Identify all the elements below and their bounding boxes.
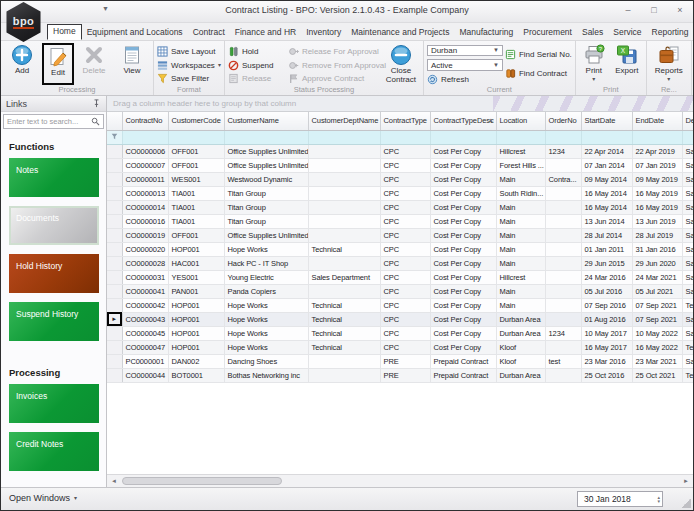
cell-orderno[interactable] — [545, 200, 581, 214]
cell-location[interactable]: Main — [496, 228, 545, 242]
cell-contracttype[interactable]: CPC — [380, 256, 430, 270]
cell-de[interactable]: Sa — [682, 158, 693, 172]
filter-cell-customerdeptname[interactable] — [308, 130, 380, 144]
table-row[interactable]: ►CO0000043HOP001Hope WorksTechnicalCPCCo… — [107, 312, 693, 326]
tab-contract[interactable]: Contract — [188, 25, 230, 40]
cell-customercode[interactable]: WES001 — [168, 172, 224, 186]
cell-customercode[interactable]: TIA001 — [168, 186, 224, 200]
cell-contracttype[interactable]: CPC — [380, 270, 430, 284]
cell-contractno[interactable]: CO0000045 — [122, 326, 168, 340]
suspend-button[interactable]: Suspend — [228, 59, 286, 72]
cell-orderno[interactable] — [545, 158, 581, 172]
cell-contracttypedesc[interactable]: Cost Per Copy — [430, 144, 496, 158]
table-row[interactable]: CO0000041PAN001Panda CopiersCPCCost Per … — [107, 284, 693, 298]
cell-contracttype[interactable]: CPC — [380, 340, 430, 354]
cell-orderno[interactable]: Contra... — [545, 172, 581, 186]
column-header-customercode[interactable]: CustomerCode — [168, 112, 224, 130]
cell-location[interactable]: Main — [496, 200, 545, 214]
cell-orderno[interactable] — [545, 340, 581, 354]
cell-location[interactable]: Main — [496, 214, 545, 228]
cell-customerdeptname[interactable] — [308, 200, 380, 214]
cell-startdate[interactable]: 23 Mar 2016 — [581, 354, 632, 368]
cell-contracttype[interactable]: CPC — [380, 158, 430, 172]
site-select[interactable]: Durban ▼ — [427, 45, 503, 56]
cell-startdate[interactable]: 22 Apr 2014 — [581, 144, 632, 158]
cell-customercode[interactable]: HOP001 — [168, 326, 224, 340]
hold-button[interactable]: Hold — [228, 45, 286, 58]
table-row[interactable]: CO0000028HAC001Hack PC - IT ShopCPCCost … — [107, 256, 693, 270]
table-row[interactable]: CO0000016TIA001Titan GroupCPCCost Per Co… — [107, 214, 693, 228]
remove-from-approval-button[interactable]: Remove From Approval — [288, 59, 380, 72]
sidebar-button-notes[interactable]: Notes — [9, 158, 99, 197]
sidebar-button-hold-history[interactable]: Hold History — [9, 254, 99, 293]
tab-finance-and-hr[interactable]: Finance and HR — [230, 25, 301, 40]
cell-customername[interactable]: Office Supplies Unlimited — [224, 158, 308, 172]
cell-contracttype[interactable]: CPC — [380, 186, 430, 200]
cell-customername[interactable]: Titan Group — [224, 186, 308, 200]
tab-equipment-and-locations[interactable]: Equipment and Locations — [82, 25, 188, 40]
table-row[interactable]: CO0000019OFF001Office Supplies Unlimited… — [107, 228, 693, 242]
sidebar-button-suspend-history[interactable]: Suspend History — [9, 302, 99, 341]
links-panel-header[interactable]: Links — [1, 96, 106, 112]
cell-startdate[interactable]: 05 Jul 2016 — [581, 284, 632, 298]
cell-orderno[interactable] — [545, 256, 581, 270]
tab-procurement[interactable]: Procurement — [518, 25, 577, 40]
cell-enddate[interactable]: 25 Oct 2021 — [632, 368, 682, 382]
table-row[interactable]: CO0000044BOT0001Bothas Networking incPRE… — [107, 368, 693, 382]
cell-enddate[interactable]: 13 Jun 2019 — [632, 214, 682, 228]
scroll-right-icon[interactable]: ► — [680, 476, 692, 487]
cell-customercode[interactable]: HOP001 — [168, 312, 224, 326]
filter-cell-contracttype[interactable] — [380, 130, 430, 144]
column-header-customername[interactable]: CustomerName — [224, 112, 308, 130]
cell-de[interactable]: Sa — [682, 228, 693, 242]
cell-startdate[interactable]: 09 May 2014 — [581, 172, 632, 186]
cell-orderno[interactable] — [545, 228, 581, 242]
current-row-indicator[interactable]: ► — [107, 312, 122, 326]
cell-contractno[interactable]: CO0000042 — [122, 298, 168, 312]
cell-contracttypedesc[interactable]: Prepaid Contract — [430, 368, 496, 382]
cell-location[interactable]: Durban Area — [496, 368, 545, 382]
cell-de[interactable]: Sa — [682, 354, 693, 368]
cell-de[interactable]: Sa — [682, 256, 693, 270]
cell-customerdeptname[interactable] — [308, 144, 380, 158]
cell-startdate[interactable]: 28 Jul 2014 — [581, 228, 632, 242]
cell-contracttypedesc[interactable]: Cost Per Copy — [430, 200, 496, 214]
cell-location[interactable]: Main — [496, 298, 545, 312]
table-row[interactable]: PC0000001DAN002Dancing ShoesPREPrepaid C… — [107, 354, 693, 368]
search-input[interactable] — [7, 117, 87, 126]
cell-contracttype[interactable]: CPC — [380, 242, 430, 256]
release-button[interactable]: Release — [228, 72, 286, 85]
table-row[interactable]: CO0000020HOP001Hope WorksTechnicalCPCCos… — [107, 242, 693, 256]
cell-contracttype[interactable]: CPC — [380, 284, 430, 298]
edit-button[interactable]: Edit — [42, 43, 74, 85]
filter-cell-location[interactable] — [496, 130, 545, 144]
cell-customerdeptname[interactable] — [308, 158, 380, 172]
save-filter-button[interactable]: Save Filter — [157, 72, 221, 85]
cell-contractno[interactable]: CO0000013 — [122, 186, 168, 200]
table-row[interactable]: CO0000014TIA001Titan GroupCPCCost Per Co… — [107, 200, 693, 214]
cell-contracttype[interactable]: PRE — [380, 368, 430, 382]
cell-contracttypedesc[interactable]: Cost Per Copy — [430, 298, 496, 312]
cell-contracttypedesc[interactable]: Cost Per Copy — [430, 242, 496, 256]
cell-customerdeptname[interactable]: Technical — [308, 298, 380, 312]
cell-contractno[interactable]: CO0000019 — [122, 228, 168, 242]
cell-de[interactable]: Sa — [682, 284, 693, 298]
cell-de[interactable]: Sa — [682, 144, 693, 158]
cell-contracttype[interactable]: CPC — [380, 200, 430, 214]
cell-customercode[interactable]: TIA001 — [168, 214, 224, 228]
cell-customercode[interactable]: DAN002 — [168, 354, 224, 368]
column-header-contracttype[interactable]: ContractType — [380, 112, 430, 130]
row-indicator-cell[interactable] — [107, 186, 122, 200]
cell-startdate[interactable]: 10 May 2017 — [581, 326, 632, 340]
row-indicator-cell[interactable] — [107, 200, 122, 214]
close-icon[interactable]: × — [671, 3, 689, 17]
cell-customercode[interactable]: OFF001 — [168, 228, 224, 242]
cell-customername[interactable]: Hope Works — [224, 326, 308, 340]
row-indicator-cell[interactable] — [107, 158, 122, 172]
row-indicator-cell[interactable] — [107, 242, 122, 256]
status-select[interactable]: Active ▼ — [427, 59, 503, 70]
table-row[interactable]: CO0000042HOP001Hope WorksTechnicalCPCCos… — [107, 298, 693, 312]
cell-enddate[interactable]: 16 May 2019 — [632, 200, 682, 214]
cell-contracttypedesc[interactable]: Cost Per Copy — [430, 326, 496, 340]
find-serial-no-button[interactable]: Find Serial No. — [505, 48, 572, 61]
